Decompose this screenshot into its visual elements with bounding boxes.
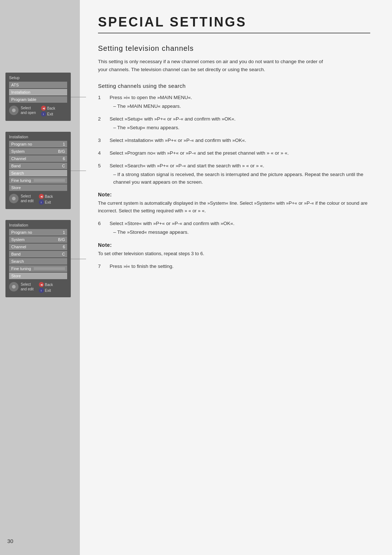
step-3-text: Select »Installation« with »P+« or »P-« … xyxy=(110,138,246,143)
panel-2-row-0-label: Program no xyxy=(11,142,32,146)
section-title: Setting television channels xyxy=(98,44,370,53)
panel-1-row-1: Installation xyxy=(9,89,67,95)
panel-2-row-3-value: C xyxy=(62,164,65,168)
panel-2-row-4-label: Search xyxy=(11,171,24,175)
fine-tuning-bar-2 xyxy=(34,267,65,270)
panel-3-footer-left: Select and edit xyxy=(21,282,34,291)
step-7-number: 7 xyxy=(98,263,105,270)
step-5-text: Select »Search« with »P+« or »P-« and st… xyxy=(110,163,264,168)
panel-2-exit-label: Exit xyxy=(45,200,51,204)
panel-1-open-label: and open xyxy=(21,111,36,115)
panel-2-row-2: Channel 6 xyxy=(9,155,67,162)
step-7: 7 Press »i« to finish the setting. xyxy=(98,263,370,270)
panel-1-row-0-label: ATS xyxy=(11,83,19,87)
panel-3-wrapper: Installation Program no 1 System B/G Cha… xyxy=(5,220,71,297)
panel-1-row-2: Program table xyxy=(9,96,67,103)
step-5-sub: – If a strong station signal is received… xyxy=(110,171,370,186)
step-6: 6 Select »Store« with »P+« or »P-« and c… xyxy=(98,220,370,236)
panels-container: Setup ATS Installation Program table xyxy=(5,73,74,297)
step-2-text: Select »Setup« with »P+« or »P-« and con… xyxy=(110,116,236,122)
step-5-number: 5 xyxy=(98,162,105,186)
panel-3-row-5-label: Fine tuning xyxy=(11,266,31,271)
panel-1-exit-label: Exit xyxy=(47,112,53,116)
page-number: 30 xyxy=(7,538,13,544)
panel-1-wrapper: Setup ATS Installation Program table xyxy=(5,73,71,121)
panel-3-row-2-label: Channel xyxy=(11,245,26,249)
panel-2-row-5-label: Fine tuning xyxy=(11,178,31,183)
panel-2-row-0: Program no 1 xyxy=(9,141,67,147)
panel-1-exit-icon: i xyxy=(41,111,46,117)
step-6-content: Select »Store« with »P+« or »P-« and con… xyxy=(110,220,370,236)
step-2: 2 Select »Setup« with »P+« or »P-« and c… xyxy=(98,115,370,132)
panel-3-row-0-label: Program no xyxy=(11,230,32,234)
left-sidebar: Setup ATS Installation Program table xyxy=(0,0,80,555)
panel-2-row-6-label: Store xyxy=(11,185,21,190)
step-3-number: 3 xyxy=(98,137,105,144)
panel-3-select-label: Select xyxy=(21,282,34,286)
panel-2: Installation Program no 1 System B/G Cha… xyxy=(5,132,71,209)
panel-2-connector xyxy=(71,171,86,171)
step-5: 5 Select »Search« with »P+« or »P-« and … xyxy=(98,162,370,186)
step-1-sub: – The »MAIN MENU« appears. xyxy=(110,103,370,110)
step-4-text: Select »Program no« with »P+« or »P-« an… xyxy=(110,150,289,156)
step-3: 3 Select »Installation« with »P+« or »P-… xyxy=(98,137,370,144)
panel-1-select-icon xyxy=(9,106,19,115)
panel-3-row-0-value: 1 xyxy=(63,230,65,234)
panel-2-footer: Select and edit ◀ Back i Exit xyxy=(9,194,67,205)
panel-2-row-1-label: System xyxy=(11,149,25,154)
panel-2-exit-icon: i xyxy=(39,200,44,205)
panel-2-row-5: Fine tuning xyxy=(9,177,67,184)
panel-2-row-3-label: Band xyxy=(11,164,21,168)
panel-2-row-3: Band C xyxy=(9,163,67,169)
step-1-content: Press »i« to open the »MAIN MENU«. – The… xyxy=(110,94,370,110)
panel-3-row-1-label: System xyxy=(11,237,25,242)
panel-3-row-0: Program no 1 xyxy=(9,229,67,236)
step-4-content: Select »Program no« with »P+« or »P-« an… xyxy=(110,150,370,157)
panel-3-connector xyxy=(71,259,86,259)
step-2-sub: – The »Setup« menu appears. xyxy=(110,124,370,132)
panel-2-row-0-value: 1 xyxy=(63,142,65,146)
steps-list-2: 6 Select »Store« with »P+« or »P-« and c… xyxy=(98,220,370,236)
panel-3-row-3: Band C xyxy=(9,251,67,257)
panel-1-footer-left: Select and open xyxy=(21,106,36,115)
panel-2-select-icon xyxy=(9,194,19,203)
page-title: SPECIAL SETTINGS xyxy=(98,15,370,33)
subsection-title: Setting channels using the search xyxy=(98,83,370,89)
steps-list-3: 7 Press »i« to finish the setting. xyxy=(98,263,370,270)
panel-3-row-1: System B/G xyxy=(9,236,67,243)
panel-3-footer-right: ◀ Back i Exit xyxy=(39,282,53,293)
panel-3-exit-icon: i xyxy=(39,288,44,293)
panel-3-row-3-value: C xyxy=(62,252,65,256)
panel-3-row-6: Store xyxy=(9,273,67,279)
steps-list: 1 Press »i« to open the »MAIN MENU«. – T… xyxy=(98,94,370,186)
panel-3-row-2: Channel 6 xyxy=(9,244,67,250)
note-2-text: To set other television stations, repeat… xyxy=(98,250,370,258)
panel-3-row-1-value: B/G xyxy=(58,237,65,242)
panel-3-select-icon xyxy=(9,282,19,291)
panel-3-row-4: Search xyxy=(9,258,67,265)
panel-2-row-1-value: B/G xyxy=(58,149,65,154)
panel-3-row-6-label: Store xyxy=(11,274,21,278)
panel-2-footer-left: Select and edit xyxy=(21,194,34,203)
note-2-label: Note: xyxy=(98,242,370,248)
note-1-text: The current system is automatically disp… xyxy=(98,200,370,215)
panel-2-select-label: Select xyxy=(21,194,34,198)
panel-2-row-1: System B/G xyxy=(9,148,67,155)
panel-2-back-label: Back xyxy=(45,195,53,199)
panel-1-footer: Select and open ◀ Back i Exit xyxy=(9,106,67,117)
panel-1: Setup ATS Installation Program table xyxy=(5,73,71,121)
panel-2-row-6: Store xyxy=(9,184,67,191)
step-6-text: Select »Store« with »P+« or »P-« and con… xyxy=(110,221,234,226)
panel-2-row-2-label: Channel xyxy=(11,156,26,161)
step-7-text: Press »i« to finish the setting. xyxy=(110,264,173,269)
panel-2-back-icon: ◀ xyxy=(39,194,44,199)
step-4: 4 Select »Program no« with »P+« or »P-« … xyxy=(98,150,370,157)
step-4-number: 4 xyxy=(98,150,105,157)
fine-tuning-bar xyxy=(34,179,65,182)
step-2-content: Select »Setup« with »P+« or »P-« and con… xyxy=(110,115,370,132)
panel-3-back-icon: ◀ xyxy=(39,282,44,287)
panel-3-row-3-label: Band xyxy=(11,252,21,256)
panel-1-row-2-label: Program table xyxy=(11,97,36,102)
panel-1-header: Setup xyxy=(9,76,67,80)
panel-1-back-label: Back xyxy=(47,106,55,110)
